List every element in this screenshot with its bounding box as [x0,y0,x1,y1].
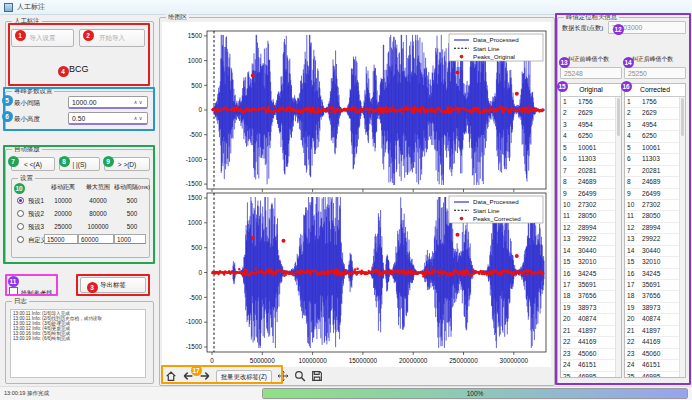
table-row[interactable]: 2244169 [625,337,680,348]
table-row[interactable]: 1938973 [625,303,680,314]
svg-text:Data_Processed: Data_Processed [473,198,519,205]
spinner-arrows-icon[interactable]: ∧∨ [134,115,144,121]
table-row[interactable]: 11756 [561,97,616,108]
table-row[interactable]: 2244169 [561,337,616,348]
pan-icon[interactable] [277,370,289,382]
table-row[interactable]: 2141897 [561,326,616,337]
table-row[interactable]: 46250 [561,131,616,142]
min-height-spinbox[interactable]: 0.50 ∧∨ [68,112,148,125]
table-row[interactable]: 11756 [625,97,680,108]
table-row[interactable]: 1128050 [625,211,680,222]
table-row[interactable]: 1735691 [625,280,680,291]
preset-row-3: 预设325000100000500 [12,221,149,234]
table-row[interactable]: 1228994 [561,223,616,234]
table-row[interactable]: 1634245 [561,269,616,280]
min-interval-spinbox[interactable]: 1000.00 ∧∨ [68,96,148,109]
original-table-scrollbar[interactable] [615,97,621,377]
table-row[interactable]: 510061 [625,143,680,154]
table-row[interactable]: 720281 [561,166,616,177]
table-row[interactable]: 926499 [561,189,616,200]
svg-text:Start Line: Start Line [473,207,500,214]
table-row[interactable]: 1329922 [625,234,680,245]
spinner-arrows-icon[interactable]: ∧∨ [134,99,144,105]
table-row[interactable]: 1837656 [561,291,616,302]
table-row[interactable]: 1430440 [625,246,680,257]
corrected-table-scrollbar[interactable] [679,97,685,377]
table-row[interactable]: 2546995 [625,372,680,378]
min-height-value[interactable]: 0.50 [72,115,134,122]
table-row[interactable]: 46250 [625,131,680,142]
table-row[interactable]: 1128050 [561,211,616,222]
row-index: 21 [561,326,578,336]
peak-value: 35691 [578,280,616,290]
log-area[interactable]: 13:00:11 Info: (1/6)导入完成13:00:11 Info: (… [10,309,146,378]
table-row[interactable]: 2345060 [625,349,680,360]
preset-row-2: 预设22000080000500 [12,208,149,221]
table-row[interactable]: 926499 [625,189,680,200]
log-title: 日志 [12,297,29,305]
preset-custom-input[interactable]: 1000 [114,234,146,244]
min-interval-value[interactable]: 1000.00 [72,99,134,106]
preset-radio[interactable] [17,197,24,204]
preset-radio[interactable] [17,236,24,243]
original-peaks-table[interactable]: Original 1175622629349544625051006161130… [560,83,622,378]
home-icon[interactable] [165,370,177,382]
table-row[interactable]: 2040874 [561,314,616,325]
peak-params-group: 寻峰参数设置 最小间隔 1000.00 ∧∨ 最小高度 0.50 ∧∨ [5,91,154,131]
table-row[interactable]: 34954 [561,120,616,131]
table-row[interactable]: 824689 [561,177,616,188]
annotation-badge-10: 10 [14,183,25,194]
table-row[interactable]: 1027302 [561,200,616,211]
batch-edit-labels-button[interactable]: 批量更改标签(Z) [216,370,272,383]
table-row[interactable]: 2446151 [625,360,680,371]
peak-value: 45060 [578,349,616,359]
row-index: 23 [561,349,578,359]
signal-charts[interactable]: -1500-1000-500050010001500Data_Processed… [162,22,551,367]
preset-radio[interactable] [17,210,24,217]
table-row[interactable]: 1735691 [561,280,616,291]
settings-title: 设置 [18,174,35,182]
table-row[interactable]: 1938973 [561,303,616,314]
after-count-label: 纠正后峰值个数 [632,55,673,64]
table-row[interactable]: 2040874 [625,314,680,325]
preset-value: 25000 [44,223,82,230]
checkbox-icon[interactable] [9,287,18,296]
peak-info-group: 峰值定位相关信息 数据长度(点数) 33003000 纠正前峰值个数 纠正后峰值… [557,17,691,384]
annotation-badge-5: 5 [2,95,13,106]
svg-text:-500: -500 [189,131,202,138]
corrected-peaks-table[interactable]: Corrected 117562262934954462505100616113… [624,83,686,378]
save-icon[interactable] [311,370,323,382]
table-row[interactable]: 1329922 [561,234,616,245]
table-row[interactable]: 1430440 [561,246,616,257]
table-row[interactable]: 720281 [625,166,680,177]
row-index: 20 [561,314,578,324]
table-row[interactable]: 611303 [561,154,616,165]
table-row[interactable]: 2345060 [561,349,616,360]
table-row[interactable]: 2446151 [561,360,616,371]
table-row[interactable]: 2546995 [561,372,616,378]
table-row[interactable]: 1532010 [561,257,616,268]
table-row[interactable]: 22629 [625,108,680,119]
zoom-icon[interactable] [294,370,306,382]
preset-radio[interactable] [17,223,24,230]
figure-canvas[interactable]: -1500-1000-500050010001500Data_Processed… [162,22,551,367]
row-index: 4 [625,131,642,141]
table-row[interactable]: 1634245 [625,269,680,280]
preset-custom-input[interactable]: 60000 [78,234,114,244]
table-row[interactable]: 2141897 [625,326,680,337]
row-index: 2 [561,108,578,118]
table-row[interactable]: 1228994 [625,223,680,234]
table-row[interactable]: 824689 [625,177,680,188]
peak-value: 28994 [578,223,616,233]
table-row[interactable]: 1532010 [625,257,680,268]
table-row[interactable]: 22629 [561,108,616,119]
annotation-badge-14: 14 [623,57,634,68]
table-row[interactable]: 1027302 [625,200,680,211]
annotation-badge-13: 13 [559,57,570,68]
status-bar: 13:00:19 操作完成 100% [0,386,692,400]
table-row[interactable]: 34954 [625,120,680,131]
table-row[interactable]: 611303 [625,154,680,165]
table-row[interactable]: 1837656 [625,291,680,302]
preset-custom-input[interactable]: 15000 [44,234,78,244]
table-row[interactable]: 510061 [561,143,616,154]
